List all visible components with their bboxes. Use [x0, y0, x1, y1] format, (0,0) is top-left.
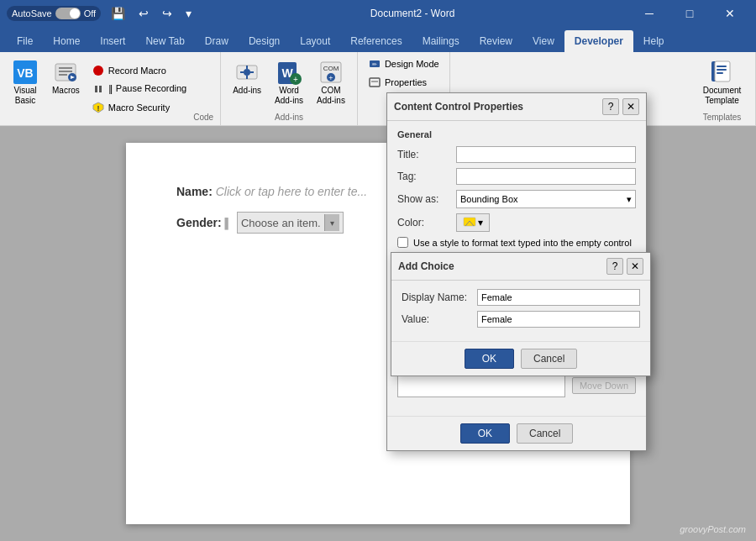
- show-as-value: Bounding Box: [460, 194, 518, 204]
- display-name-input[interactable]: [477, 289, 640, 306]
- value-row: Value:: [402, 311, 640, 328]
- ccp-cancel-button[interactable]: Cancel: [517, 423, 573, 444]
- show-as-label: Show as:: [397, 193, 456, 205]
- watermark: groovyPost.com: [680, 524, 746, 534]
- color-dropdown-arrow: ▾: [478, 217, 483, 228]
- style-checkbox-row: Use a style to format text typed into th…: [397, 237, 636, 248]
- show-as-select[interactable]: Bounding Box ▾: [456, 190, 636, 208]
- add-choice-title: Add Choice: [398, 260, 454, 272]
- dialog-add-choice: Add Choice ? ✕ Display Name: Value: OK C: [391, 252, 651, 376]
- color-label: Color:: [397, 217, 456, 228]
- add-choice-ok-button[interactable]: OK: [465, 349, 514, 369]
- dialog-overlay: Content Control Properties ? ✕ General T…: [0, 126, 756, 541]
- move-down-button[interactable]: Move Down: [572, 377, 636, 394]
- style-checkbox-label: Use a style to format text typed into th…: [413, 238, 632, 248]
- value-input[interactable]: [477, 311, 640, 328]
- main-area: Name: Click or tap here to enter te... G…: [0, 126, 756, 541]
- title-label: Title:: [397, 149, 456, 160]
- display-name-row: Display Name:: [402, 289, 640, 306]
- ccp-footer: OK Cancel: [387, 416, 646, 450]
- ccp-ok-button[interactable]: OK: [460, 423, 510, 444]
- tag-label: Tag:: [397, 171, 456, 182]
- add-choice-titlebar: Add Choice ? ✕: [391, 253, 650, 281]
- add-choice-body: Display Name: Value:: [391, 281, 650, 341]
- add-choice-cancel-button[interactable]: Cancel: [521, 349, 577, 369]
- add-choice-close-button[interactable]: ✕: [627, 258, 643, 275]
- title-input[interactable]: [456, 146, 636, 163]
- add-choice-help-button[interactable]: ?: [606, 258, 623, 275]
- value-label: Value:: [402, 313, 477, 325]
- show-as-arrow: ▾: [627, 194, 632, 205]
- tag-row: Tag:: [397, 168, 636, 185]
- style-checkbox[interactable]: [397, 237, 408, 248]
- color-row: Color: ▾: [397, 213, 636, 232]
- show-as-row: Show as: Bounding Box ▾: [397, 190, 636, 208]
- add-choice-footer: OK Cancel: [391, 341, 650, 376]
- title-row: Title:: [397, 146, 636, 163]
- svg-rect-32: [464, 218, 475, 226]
- display-name-label: Display Name:: [402, 292, 477, 303]
- general-section-label: General: [397, 129, 636, 139]
- tag-input[interactable]: [456, 168, 636, 185]
- add-choice-controls: ? ✕: [606, 258, 643, 275]
- color-button[interactable]: ▾: [456, 213, 490, 232]
